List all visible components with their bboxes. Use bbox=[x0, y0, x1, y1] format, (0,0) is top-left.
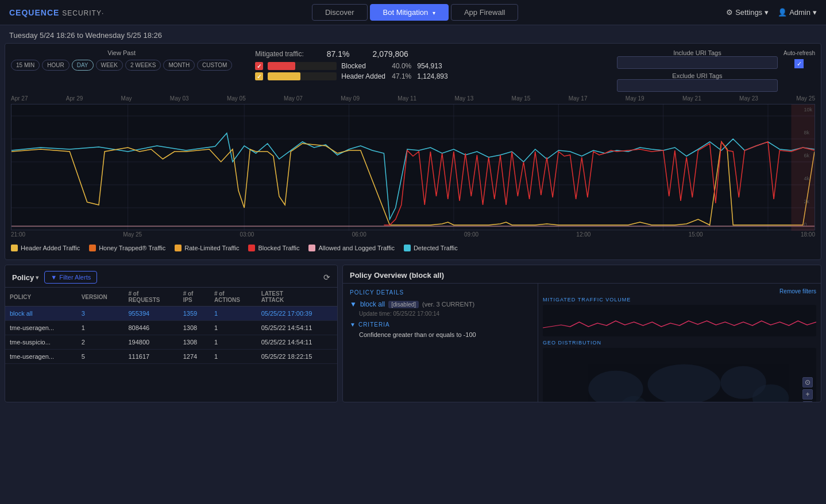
filter-alerts-button[interactable]: ▼ Filter Alerts bbox=[44, 271, 97, 284]
table-row: tme-useragen... 1 808446 1308 1 05/25/22… bbox=[5, 321, 337, 335]
header-name: Header Added bbox=[341, 72, 387, 80]
chart-controls: View Past 15 MIN HOUR DAY WEEK 2 WEEKS M… bbox=[11, 49, 815, 92]
include-uri-input[interactable] bbox=[617, 56, 778, 69]
col-ips: # ofIPS bbox=[179, 288, 210, 307]
user-icon: 👤 bbox=[778, 8, 787, 17]
time-btn-custom[interactable]: CUSTOM bbox=[197, 60, 232, 71]
table-row: block all 3 955394 1359 1 05/25/22 17:00… bbox=[5, 307, 337, 321]
map-zoom-out-button[interactable]: − bbox=[802, 401, 813, 402]
exclude-uri-input[interactable] bbox=[617, 79, 778, 92]
policy-ips: 1308 bbox=[179, 321, 210, 335]
header-bar-fill bbox=[268, 72, 300, 80]
col-latest-attack: LATESTATTACK bbox=[257, 288, 337, 307]
policy-actions: 1 bbox=[210, 321, 257, 335]
policy-actions: 1 bbox=[210, 350, 257, 364]
mitigated-header: Mitigated traffic: 87.1% 2,079,806 bbox=[255, 49, 611, 59]
col-actions: # ofACTIONS bbox=[210, 288, 257, 307]
policy-table: POLICY VERSION # ofREQUESTS # ofIPS # of… bbox=[5, 288, 337, 402]
time-btn-week[interactable]: WEEK bbox=[96, 60, 123, 71]
mitigated-traffic-label: MITIGATED TRAFFIC VOLUME bbox=[543, 297, 816, 303]
policy-version-val: 2 bbox=[77, 335, 124, 350]
tab-app-firewall[interactable]: App Firewall bbox=[451, 4, 519, 21]
time-btn-hour[interactable]: HOUR bbox=[42, 60, 69, 71]
criteria-label: ▼ CRITERIA bbox=[350, 321, 531, 328]
exclude-uri-controls: Exclude URI Tags bbox=[617, 72, 778, 92]
policy-name-row: ▼ block all [disabled] (ver. 3 CURRENT) bbox=[350, 300, 531, 308]
auto-refresh: Auto-refresh ✓ bbox=[783, 49, 815, 68]
map-reset-button[interactable]: ⊙ bbox=[802, 377, 813, 387]
include-uri-label: Include URI Tags bbox=[617, 49, 778, 56]
chart-section: View Past 15 MIN HOUR DAY WEEK 2 WEEKS M… bbox=[5, 43, 821, 260]
blocked-count: 954,913 bbox=[417, 62, 442, 70]
policy-requests: 111617 bbox=[123, 350, 178, 364]
honey-trapped-dot bbox=[89, 245, 96, 251]
auto-refresh-checkbox[interactable]: ✓ bbox=[794, 59, 804, 68]
table-row: tme-useragen... 5 111617 1274 1 05/25/22… bbox=[5, 350, 337, 364]
legend-blocked: Blocked Traffic bbox=[248, 245, 299, 251]
header-bar-bg bbox=[268, 72, 337, 80]
blocked-dot bbox=[248, 245, 255, 251]
policy-name: block all bbox=[5, 307, 77, 321]
policy-ips: 1359 bbox=[179, 307, 210, 321]
chart-svg bbox=[11, 104, 815, 231]
col-requests: # ofREQUESTS bbox=[123, 288, 178, 307]
remove-filters-link[interactable]: Remove filters bbox=[543, 288, 816, 294]
header-count: 1,124,893 bbox=[417, 72, 447, 80]
mitigated-traffic-chart bbox=[543, 305, 816, 336]
header-legend-row: ✓ Header Added 47.1% 1,124,893 bbox=[255, 72, 611, 80]
criteria-chevron-icon[interactable]: ▼ bbox=[350, 321, 356, 328]
uri-controls: Include URI Tags Exclude URI Tags bbox=[617, 49, 778, 92]
date-range-text: Tuesday 5/24 18:26 to Wednesday 5/25 18:… bbox=[9, 31, 162, 40]
tab-bot-mitigation[interactable]: Bot Mitigation ▾ bbox=[370, 4, 449, 21]
view-past: View Past 15 MIN HOUR DAY WEEK 2 WEEKS M… bbox=[11, 49, 232, 71]
chart-legend: Header Added Traffic Honey Trapped® Traf… bbox=[11, 239, 815, 254]
policy-version-val: 3 bbox=[77, 307, 124, 321]
settings-button[interactable]: ⚙ Settings ▾ bbox=[726, 8, 769, 17]
policy-latest-attack: 05/25/22 18:22:15 bbox=[257, 350, 337, 364]
mitigated-stats: Mitigated traffic: 87.1% 2,079,806 ✓ Blo… bbox=[238, 49, 611, 80]
table-row: tme-suspicio... 2 194800 1308 1 05/25/22… bbox=[5, 335, 337, 350]
policy-latest-attack: 05/25/22 14:54:11 bbox=[257, 335, 337, 350]
refresh-button[interactable]: ⟳ bbox=[323, 273, 330, 282]
mitigated-pct: 87.1% bbox=[327, 49, 350, 59]
overview-details: POLICY DETAILS ▼ block all [disabled] (v… bbox=[343, 284, 538, 402]
col-policy: POLICY bbox=[5, 288, 77, 307]
blocked-bar-fill bbox=[268, 62, 295, 70]
svg-point-16 bbox=[647, 365, 720, 402]
header-added-dot bbox=[11, 245, 18, 251]
policy-name: tme-suspicio... bbox=[5, 335, 77, 350]
include-uri-controls: Include URI Tags bbox=[617, 49, 778, 69]
policy-panel: Policy ▾ ▼ Filter Alerts ⟳ POLICY VERSIO… bbox=[5, 265, 338, 402]
time-buttons: 15 MIN HOUR DAY WEEK 2 WEEKS MONTH CUSTO… bbox=[11, 60, 232, 71]
time-btn-2weeks[interactable]: 2 WEEKS bbox=[125, 60, 161, 71]
time-btn-15min[interactable]: 15 MIN bbox=[11, 60, 40, 71]
blocked-check: ✓ bbox=[255, 62, 263, 70]
policy-panel-header: Policy ▾ ▼ Filter Alerts ⟳ bbox=[5, 265, 337, 288]
policy-actions: 1 bbox=[210, 307, 257, 321]
bottom-panels: Policy ▾ ▼ Filter Alerts ⟳ POLICY VERSIO… bbox=[5, 265, 821, 402]
map-zoom-in-button[interactable]: + bbox=[802, 389, 813, 400]
chevron-down-icon: ▾ bbox=[433, 10, 435, 16]
overview-body: POLICY DETAILS ▼ block all [disabled] (v… bbox=[343, 284, 821, 402]
time-btn-day[interactable]: DAY bbox=[72, 60, 94, 71]
blocked-pct: 40.0% bbox=[392, 62, 412, 70]
blocked-legend-row: ✓ Blocked 40.0% 954,913 bbox=[255, 62, 611, 70]
policy-name-link[interactable]: block all bbox=[360, 300, 385, 308]
view-past-label: View Past bbox=[11, 49, 232, 56]
settings-label: Settings bbox=[735, 8, 762, 17]
time-btn-month[interactable]: MONTH bbox=[163, 60, 195, 71]
nav-right: ⚙ Settings ▾ 👤 Admin ▾ bbox=[726, 8, 817, 17]
admin-button[interactable]: 👤 Admin ▾ bbox=[778, 8, 817, 17]
update-time: Update time: 05/25/22 17:00:14 bbox=[359, 311, 531, 317]
main-chart: 10k 8k 6k 4k 2k 0 bbox=[11, 104, 815, 230]
policy-ips: 1274 bbox=[179, 350, 210, 364]
mitigated-label: Mitigated traffic: bbox=[255, 50, 303, 58]
legend-header-added: Header Added Traffic bbox=[11, 245, 80, 251]
settings-icon: ⚙ bbox=[726, 8, 733, 17]
policy-requests: 808446 bbox=[123, 321, 178, 335]
blocked-bar-bg bbox=[268, 62, 337, 70]
policy-ips: 1308 bbox=[179, 335, 210, 350]
tab-discover[interactable]: Discover bbox=[312, 4, 368, 21]
logo: CEQUENCE SECURITY· bbox=[9, 8, 104, 17]
expand-chevron-icon[interactable]: ▼ bbox=[350, 300, 357, 308]
